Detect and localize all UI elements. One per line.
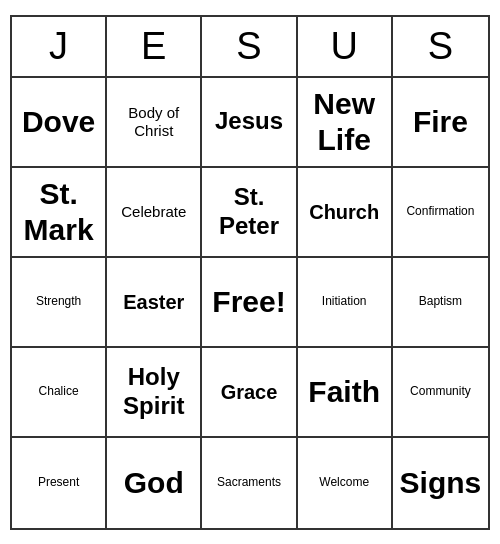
cell-text-22: Sacraments xyxy=(217,475,281,489)
cell-text-13: Initiation xyxy=(322,294,367,308)
header-letter-s2: S xyxy=(202,17,297,76)
bingo-cell-11: Easter xyxy=(107,258,202,348)
bingo-cell-5: St. Mark xyxy=(12,168,107,258)
bingo-cell-4: Fire xyxy=(393,78,488,168)
cell-text-7: St. Peter xyxy=(206,183,291,241)
header-row: JESUS xyxy=(12,17,488,78)
bingo-cell-20: Present xyxy=(12,438,107,528)
cell-text-3: New Life xyxy=(302,86,387,158)
cell-text-24: Signs xyxy=(400,465,482,501)
header-letter-s4: S xyxy=(393,17,488,76)
bingo-cell-22: Sacraments xyxy=(202,438,297,528)
cell-text-10: Strength xyxy=(36,294,81,308)
bingo-cell-6: Celebrate xyxy=(107,168,202,258)
bingo-cell-14: Baptism xyxy=(393,258,488,348)
bingo-cell-17: Grace xyxy=(202,348,297,438)
cell-text-21: God xyxy=(124,465,184,501)
cell-text-8: Church xyxy=(309,200,379,224)
cell-text-4: Fire xyxy=(413,104,468,140)
bingo-grid: DoveBody of ChristJesusNew LifeFireSt. M… xyxy=(12,78,488,528)
bingo-cell-9: Confirmation xyxy=(393,168,488,258)
cell-text-19: Community xyxy=(410,384,471,398)
bingo-card: JESUS DoveBody of ChristJesusNew LifeFir… xyxy=(10,15,490,530)
cell-text-1: Body of Christ xyxy=(111,104,196,140)
cell-text-16: Holy Spirit xyxy=(111,363,196,421)
bingo-cell-13: Initiation xyxy=(298,258,393,348)
cell-text-6: Celebrate xyxy=(121,203,186,221)
bingo-cell-1: Body of Christ xyxy=(107,78,202,168)
bingo-cell-8: Church xyxy=(298,168,393,258)
bingo-cell-2: Jesus xyxy=(202,78,297,168)
bingo-cell-7: St. Peter xyxy=(202,168,297,258)
bingo-cell-21: God xyxy=(107,438,202,528)
bingo-cell-12: Free! xyxy=(202,258,297,348)
cell-text-2: Jesus xyxy=(215,107,283,136)
cell-text-20: Present xyxy=(38,475,79,489)
header-letter-j0: J xyxy=(12,17,107,76)
header-letter-e1: E xyxy=(107,17,202,76)
bingo-cell-15: Chalice xyxy=(12,348,107,438)
bingo-cell-19: Community xyxy=(393,348,488,438)
cell-text-9: Confirmation xyxy=(406,204,474,218)
bingo-cell-24: Signs xyxy=(393,438,488,528)
bingo-cell-16: Holy Spirit xyxy=(107,348,202,438)
cell-text-17: Grace xyxy=(221,380,278,404)
cell-text-11: Easter xyxy=(123,290,184,314)
bingo-cell-18: Faith xyxy=(298,348,393,438)
cell-text-14: Baptism xyxy=(419,294,462,308)
cell-text-5: St. Mark xyxy=(16,176,101,248)
bingo-cell-23: Welcome xyxy=(298,438,393,528)
cell-text-15: Chalice xyxy=(39,384,79,398)
cell-text-23: Welcome xyxy=(319,475,369,489)
bingo-cell-0: Dove xyxy=(12,78,107,168)
cell-text-0: Dove xyxy=(22,104,95,140)
cell-text-12: Free! xyxy=(212,284,285,320)
bingo-cell-10: Strength xyxy=(12,258,107,348)
bingo-cell-3: New Life xyxy=(298,78,393,168)
header-letter-u3: U xyxy=(298,17,393,76)
cell-text-18: Faith xyxy=(308,374,380,410)
